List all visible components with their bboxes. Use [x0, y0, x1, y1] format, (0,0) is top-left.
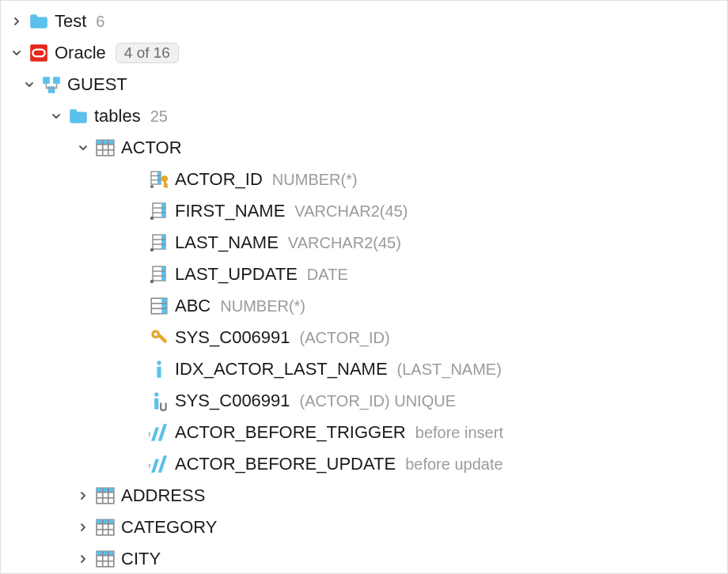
tree-item-table-category[interactable]: CATEGORY [1, 512, 727, 543]
count-badge: 4 of 16 [116, 43, 179, 63]
tree-item-count: 25 [150, 108, 168, 126]
tree-item-primary-key[interactable]: SYS_C006991 (ACTOR_ID) [1, 322, 727, 353]
tree-item-label: ACTOR_BEFORE_UPDATE [175, 454, 396, 474]
tree-item-column-last-update[interactable]: LAST_UPDATE DATE [1, 259, 727, 290]
tree-item-column-abc[interactable]: ABC NUMBER(*) [1, 290, 727, 322]
database-tree: Test 6 Oracle 4 of 16 GUEST tables 25 AC… [1, 1, 727, 574]
tree-item-table-address[interactable]: ADDRESS [1, 480, 727, 512]
tree-item-label: Oracle [55, 43, 106, 63]
tree-item-trigger-before-update[interactable]: ACTOR_BEFORE_UPDATE before update [1, 448, 727, 480]
not-null-column-icon [148, 232, 170, 254]
tree-item-label: SYS_C006991 [175, 327, 290, 348]
column-type: DATE [307, 266, 348, 284]
primary-key-column-icon [148, 168, 170, 191]
tree-item-label: IDX_ACTOR_LAST_NAME [175, 359, 388, 380]
tree-item-trigger-before-insert[interactable]: ACTOR_BEFORE_TRIGGER before insert [1, 417, 727, 448]
table-icon [94, 137, 116, 159]
chevron-right-icon[interactable] [74, 486, 93, 505]
chevron-down-icon[interactable] [7, 43, 26, 62]
oracle-icon [28, 42, 50, 64]
tree-item-column-actor-id[interactable]: ACTOR_ID NUMBER(*) [1, 164, 727, 195]
folder-icon [67, 105, 89, 127]
chevron-down-icon[interactable] [47, 107, 66, 126]
tree-item-label: CITY [121, 549, 161, 569]
not-null-column-icon [148, 200, 170, 222]
tree-item-schema[interactable]: GUEST [1, 69, 727, 100]
index-columns: (ACTOR_ID) UNIQUE [300, 392, 456, 410]
tree-item-table-actor[interactable]: ACTOR [1, 132, 727, 164]
not-null-column-icon [148, 263, 170, 285]
trigger-icon [148, 421, 170, 444]
tree-item-column-first-name[interactable]: FIRST_NAME VARCHAR2(45) [1, 195, 727, 227]
chevron-right-icon[interactable] [74, 518, 93, 537]
key-icon [148, 327, 170, 349]
tree-item-label: LAST_UPDATE [175, 264, 298, 285]
chevron-down-icon[interactable] [74, 138, 93, 157]
tree-item-tables[interactable]: tables 25 [1, 100, 727, 132]
column-type: VARCHAR2(45) [294, 202, 408, 221]
tree-item-label: ACTOR_ID [175, 169, 263, 190]
tree-item-label: CATEGORY [121, 517, 217, 538]
tree-item-test[interactable]: Test 6 [1, 6, 727, 37]
tree-item-label: Test [55, 11, 86, 32]
index-icon [148, 358, 170, 380]
tree-item-column-last-name[interactable]: LAST_NAME VARCHAR2(45) [1, 227, 727, 259]
tree-item-label: FIRST_NAME [175, 201, 285, 221]
folder-icon [28, 10, 50, 32]
tree-item-count: 6 [96, 13, 104, 31]
table-icon [94, 548, 116, 570]
column-type: VARCHAR2(45) [288, 234, 401, 252]
tree-item-unique-index[interactable]: SYS_C006991 (ACTOR_ID) UNIQUE [1, 385, 727, 417]
trigger-icon [148, 453, 170, 475]
index-columns: (LAST_NAME) [397, 361, 502, 379]
key-columns: (ACTOR_ID) [300, 329, 390, 347]
tree-item-label: SYS_C006991 [175, 391, 290, 411]
tree-item-label: ACTOR [121, 138, 182, 158]
tree-item-label: LAST_NAME [175, 232, 279, 253]
column-icon [148, 295, 170, 317]
trigger-timing: before insert [415, 424, 503, 442]
schema-icon [40, 74, 63, 96]
chevron-right-icon[interactable] [74, 549, 93, 568]
tree-item-table-city[interactable]: CITY [1, 543, 727, 574]
table-icon [94, 516, 116, 538]
column-type: NUMBER(*) [272, 171, 358, 189]
tree-item-label: ABC [175, 296, 210, 316]
chevron-down-icon[interactable] [20, 75, 39, 94]
chevron-right-icon[interactable] [7, 12, 26, 31]
tree-item-oracle[interactable]: Oracle 4 of 16 [1, 37, 727, 69]
table-icon [94, 485, 116, 507]
tree-item-label: ACTOR_BEFORE_TRIGGER [175, 422, 406, 443]
tree-item-index[interactable]: IDX_ACTOR_LAST_NAME (LAST_NAME) [1, 353, 727, 385]
tree-item-label: tables [94, 106, 141, 127]
tree-item-label: ADDRESS [121, 485, 205, 506]
unique-index-icon [148, 390, 170, 412]
trigger-timing: before update [405, 455, 502, 474]
column-type: NUMBER(*) [220, 297, 305, 315]
tree-item-label: GUEST [67, 74, 127, 95]
